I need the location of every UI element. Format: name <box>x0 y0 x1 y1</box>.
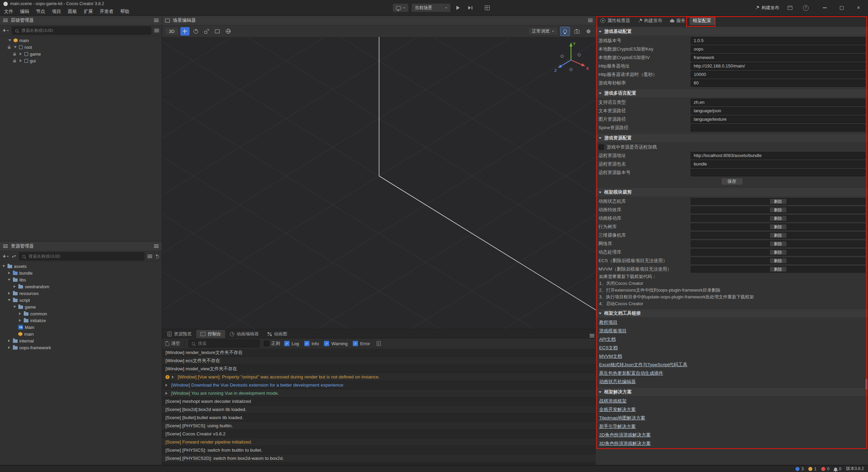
console-tab[interactable]: 动画图 <box>263 330 291 338</box>
transform-space-button[interactable] <box>224 27 233 36</box>
collapse-arrow-icon[interactable] <box>7 39 12 41</box>
menu-item[interactable]: 面板 <box>64 8 80 15</box>
expand-arrow-icon[interactable] <box>172 376 175 378</box>
delete-button[interactable]: 删除 <box>770 258 787 263</box>
orientation-gizmo[interactable]: Y X Z <box>551 40 591 80</box>
section-header[interactable]: 游戏多语言配置 <box>596 89 868 97</box>
hierarchy-searchbox[interactable] <box>12 26 151 35</box>
lock-icon[interactable] <box>12 59 17 62</box>
regex-checkbox[interactable] <box>264 341 269 346</box>
hierarchy-search-input[interactable] <box>21 28 148 33</box>
notification-badge[interactable]: 0 <box>834 467 841 471</box>
checkbox-icon[interactable]: ✓ <box>324 341 329 346</box>
maximize-button[interactable] <box>837 3 846 12</box>
doc-link[interactable]: 动画状态机编辑器 <box>599 379 636 385</box>
asset-node-row[interactable]: main <box>0 331 162 337</box>
console-filter-log[interactable]: ✓Log <box>284 341 299 346</box>
doc-link[interactable]: 原生包热更新配置自动生成插件 <box>599 370 663 376</box>
section-header[interactable]: 游戏基础配置 <box>596 27 868 36</box>
console-log-row[interactable]: [Scene] Cocos Creator v3.8.2 <box>162 430 596 438</box>
scene-select[interactable]: 当前场景 <box>411 3 451 12</box>
panel-menu-icon[interactable] <box>588 20 593 21</box>
text-input[interactable] <box>691 169 865 176</box>
asset-node-row[interactable]: oops-framework <box>0 344 162 351</box>
console-search-input[interactable] <box>197 341 256 346</box>
text-input[interactable] <box>691 71 865 78</box>
console-filter-info[interactable]: ✓Info <box>304 341 319 346</box>
text-input[interactable] <box>691 160 865 168</box>
menu-item[interactable]: 节点 <box>33 8 48 15</box>
expand-arrow-icon[interactable] <box>165 392 169 395</box>
checkbox-icon[interactable]: ✓ <box>353 341 358 346</box>
package-button[interactable] <box>785 3 795 12</box>
asset-node-row[interactable]: game <box>0 303 162 310</box>
expand-arrow-icon[interactable] <box>7 339 11 342</box>
text-input[interactable] <box>691 107 865 115</box>
expand-arrow-icon[interactable] <box>7 292 11 295</box>
create-asset-button[interactable]: + <box>3 254 9 259</box>
expand-arrow-icon[interactable] <box>18 319 22 322</box>
text-input[interactable] <box>691 124 865 132</box>
text-input[interactable] <box>691 152 865 159</box>
doc-link[interactable]: Excel格式转Json文件与TypeScript代码工具 <box>599 362 687 368</box>
delete-button[interactable]: 删除 <box>770 233 787 238</box>
doc-link[interactable]: API文档 <box>599 336 616 342</box>
text-input[interactable] <box>691 54 865 61</box>
console-log-row[interactable]: [Window] Download the Vue Devtools exten… <box>162 381 596 389</box>
console-log-row[interactable]: [Scene] Forward render pipeline initiali… <box>162 438 596 446</box>
asset-node-row[interactable]: seedrandom <box>0 283 162 290</box>
expand-arrow-icon[interactable] <box>7 272 11 274</box>
asset-node-row[interactable]: bundle <box>0 270 162 276</box>
panel-menu-icon[interactable] <box>154 20 159 21</box>
text-input[interactable] <box>691 79 865 87</box>
checkbox-icon[interactable]: ✓ <box>284 341 290 346</box>
rotate-tool-button[interactable] <box>191 27 200 36</box>
section-header[interactable]: 框架文档工具链接 <box>596 309 868 317</box>
text-input[interactable] <box>691 37 865 44</box>
info-count-badge[interactable]: 3 <box>795 467 804 471</box>
console-tab[interactable]: 控制台 <box>196 330 225 338</box>
doc-link[interactable]: 游戏模板项目 <box>599 328 627 334</box>
warning-count-badge[interactable]: 1 <box>808 467 816 471</box>
menu-item[interactable]: 帮助 <box>117 8 133 15</box>
hierarchy-node-row[interactable]: main <box>0 37 162 44</box>
lighting-toggle-button[interactable] <box>560 27 570 36</box>
rect-tool-button[interactable] <box>213 27 222 36</box>
expand-arrow-icon[interactable] <box>18 312 22 315</box>
expand-arrow-icon[interactable] <box>18 53 23 55</box>
doc-link[interactable]: 战棋游戏框架 <box>599 398 627 404</box>
asset-node-row[interactable]: TSMain <box>0 324 162 331</box>
clear-console-button[interactable]: 清空 <box>165 340 180 347</box>
text-input[interactable] <box>691 45 865 53</box>
console-log-row[interactable]: [Window] model_view文件夹不存在 <box>162 365 596 373</box>
inspector-scrollbar-thumb[interactable] <box>866 379 867 390</box>
console-filter-warning[interactable]: ✓Warning <box>324 341 348 346</box>
text-input[interactable] <box>691 116 865 123</box>
preview-platform-select[interactable] <box>393 3 409 12</box>
scale-tool-button[interactable] <box>202 27 211 36</box>
doc-link[interactable]: 3D角色扮演游戏解决方案 <box>599 440 651 447</box>
doc-link[interactable]: 新手引导解决方案 <box>599 424 636 430</box>
collapse-arrow-icon[interactable] <box>7 299 11 301</box>
save-button[interactable]: 保存 <box>721 178 743 185</box>
console-log-row[interactable]: [Scene] [PHYSICS2D]: switch from box2d-w… <box>162 454 596 463</box>
asset-node-row[interactable]: assets <box>0 263 162 270</box>
collapse-arrow-icon[interactable] <box>7 279 11 281</box>
inspector-tab[interactable]: 构建发布 <box>634 16 666 25</box>
delete-button[interactable]: 删除 <box>770 199 787 204</box>
create-node-button[interactable]: + <box>3 28 9 33</box>
inspector-tab[interactable]: 框架配置 <box>690 16 715 25</box>
view-mode-select[interactable]: 正常浏览 <box>528 27 558 35</box>
checkbox-icon[interactable]: ✓ <box>304 341 310 346</box>
close-button[interactable]: × <box>854 3 863 12</box>
move-tool-button[interactable] <box>180 27 190 36</box>
delete-button[interactable]: 删除 <box>770 267 787 272</box>
hierarchy-node-row[interactable]: root <box>0 44 162 51</box>
hierarchy-filter-icon[interactable] <box>154 30 159 31</box>
console-searchbox[interactable] <box>189 339 260 348</box>
doc-link[interactable]: ECS文档 <box>599 345 618 351</box>
console-log-row[interactable]: [Scene] [bullet]:bullet wasm lib loaded. <box>162 414 596 422</box>
console-log-row[interactable]: [Scene] [box2d]:box2d wasm lib loaded. <box>162 406 596 414</box>
asset-node-row[interactable]: common <box>0 310 162 317</box>
error-count-badge[interactable]: 0 <box>821 467 829 471</box>
